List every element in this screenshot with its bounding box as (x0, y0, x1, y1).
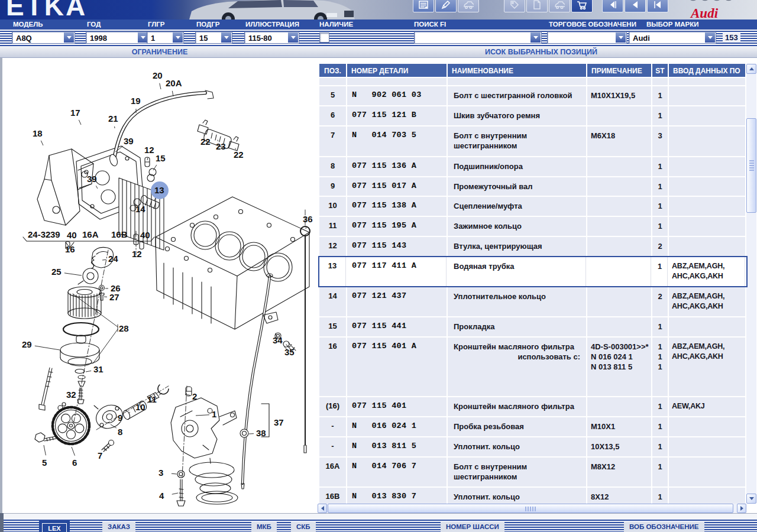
part-label-10[interactable]: 10 (135, 402, 145, 412)
column-header-name[interactable]: НАИМЕНОВАНИЕ (448, 64, 586, 77)
part-label-37[interactable]: 37 (274, 417, 284, 427)
part-label-9[interactable]: 9 (118, 413, 122, 423)
dropdown-arrow-icon[interactable] (615, 33, 626, 43)
part-label-34[interactable]: 34 (273, 335, 283, 345)
table-row[interactable]: -N 013 811 5Уплотнит. кольцо10X13,51 (319, 437, 746, 456)
parts-diagram[interactable]: 2020A191721183912151314392223223624-3239… (15, 62, 313, 510)
table-row[interactable]: -N 016 024 1Пробка резьбоваяM10X11 (319, 417, 746, 436)
table-row[interactable]: 12077 115 143Втулка, центрирующая2 (319, 237, 746, 256)
part-label-18[interactable]: 18 (33, 128, 43, 138)
table-row[interactable]: 9077 115 017 AПромежуточный вал1 (319, 177, 746, 196)
part-label-3[interactable]: 3 (158, 468, 163, 478)
part-label-4[interactable]: 4 (159, 491, 164, 501)
dropdown-иллюстрация[interactable]: 115-80 (244, 31, 299, 44)
part-label-19[interactable]: 19 (131, 96, 141, 106)
dropdown-год[interactable]: 1998 (86, 31, 149, 44)
dropdown-arrow-icon[interactable] (530, 33, 541, 43)
car-button[interactable] (458, 0, 479, 12)
part-label-21[interactable]: 21 (108, 113, 118, 124)
horizontal-scroll-thumb[interactable] (328, 504, 733, 513)
part-label-23[interactable]: 23 (216, 141, 226, 151)
tag-button[interactable] (504, 0, 525, 12)
part-label-39[interactable]: 39 (87, 174, 97, 184)
table-row[interactable]: 5N 902 061 03Болт с шестигранной головко… (319, 86, 746, 105)
part-label-6[interactable]: 6 (72, 458, 77, 468)
part-label-25[interactable]: 25 (51, 267, 62, 277)
nav-back-button[interactable] (602, 0, 623, 12)
dropdown-выбор марки[interactable]: Audi (629, 31, 716, 44)
table-row[interactable]: 7N 014 703 5Болт с внутреннимшестигранни… (319, 126, 746, 156)
part-label-2[interactable]: 2 (192, 391, 197, 401)
part-label-24[interactable]: 24 (108, 254, 118, 264)
dropdown-подгр[interactable]: 15 (195, 31, 232, 44)
dropdown-модель[interactable]: A8Q (12, 31, 75, 44)
dropdown-arrow-icon[interactable] (704, 33, 715, 43)
part-label-36[interactable]: 36 (303, 214, 313, 224)
scroll-right-button[interactable] (737, 504, 746, 513)
document-button[interactable] (526, 0, 548, 12)
dropdown-arrow-icon[interactable] (221, 33, 231, 43)
table-horizontal-scrollbar[interactable] (318, 504, 746, 513)
part-label-22[interactable]: 22 (200, 137, 211, 147)
part-label-16[interactable]: 16 (65, 244, 75, 254)
part-label-27[interactable]: 27 (109, 292, 119, 302)
part-label-38[interactable]: 38 (256, 428, 266, 438)
part-label-16A[interactable]: 16A (82, 229, 99, 239)
table-row[interactable]: 8077 115 136 AПодшипник/опора1 (319, 157, 746, 176)
part-label-29[interactable]: 29 (22, 339, 32, 349)
dropdown-глгр[interactable]: 1 (147, 31, 184, 44)
part-label-28[interactable]: 28 (119, 323, 129, 333)
table-row[interactable] (319, 78, 746, 85)
column-header-part[interactable]: НОМЕР ДЕТАЛИ (347, 64, 447, 77)
part-label-5[interactable]: 5 (42, 458, 47, 468)
pencil-button[interactable] (435, 0, 457, 12)
dropdown-поиск fi[interactable] (414, 31, 542, 44)
dropdown-arrow-icon[interactable] (63, 33, 74, 43)
part-label-15[interactable]: 15 (156, 153, 166, 163)
dropdown-arrow-icon[interactable] (287, 33, 298, 43)
cart-button[interactable] (571, 0, 593, 12)
dropdown-торговое обозначени[interactable] (547, 31, 627, 44)
part-label-12[interactable]: 12 (132, 249, 142, 259)
part-label-16B[interactable]: 16B (111, 229, 128, 239)
part-label-1[interactable]: 1 (212, 409, 216, 419)
table-row[interactable]: 16BN 013 830 7Уплотнит. кольцо8X121 (319, 488, 746, 504)
table-row-selected[interactable]: 13077 117 411 AВодяная трубка1ABZ,AEM,AG… (319, 257, 746, 286)
part-label-14[interactable]: 14 (135, 204, 145, 214)
part-label-11[interactable]: 11 (147, 394, 157, 404)
table-row[interactable]: 14077 121 437Уплотнительное кольцо2ABZ,A… (319, 287, 746, 316)
table-row[interactable]: 6077 115 121 BШкив зубчатого ремня1 (319, 106, 746, 125)
table-row[interactable]: 16AN 014 706 7Болт с внутреннимшестигран… (319, 458, 746, 486)
column-header-codes[interactable]: ВВОД ДАННЫХ ПО (669, 64, 745, 77)
vertical-scroll-thumb[interactable] (746, 118, 756, 213)
column-header-note[interactable]: ПРИМЕЧАНИЕ (587, 64, 651, 77)
availability-checkbox[interactable] (319, 33, 329, 43)
scroll-down-button[interactable] (746, 494, 756, 504)
table-row[interactable]: 11077 115 195 AЗажимное кольцо1 (319, 217, 746, 236)
part-label-8[interactable]: 8 (118, 427, 122, 437)
part-label-31[interactable]: 31 (93, 364, 103, 374)
column-header-qty[interactable]: ST (652, 64, 668, 77)
list-document-button[interactable] (413, 0, 434, 12)
part-label-39[interactable]: 39 (124, 136, 134, 146)
table-row[interactable]: 10077 115 138 AСцепление/муфта1 (319, 197, 746, 216)
table-row[interactable]: (16)077 115 401Кронштейн масляного фильт… (319, 397, 746, 416)
part-label-20A[interactable]: 20A (166, 78, 182, 88)
part-label-40[interactable]: 40 (67, 230, 77, 240)
part-label-39[interactable]: 39 (50, 229, 60, 239)
part-label-12[interactable]: 12 (144, 145, 154, 155)
nav-previous-button[interactable] (625, 0, 646, 12)
part-label-17[interactable]: 17 (70, 108, 80, 118)
part-label-40[interactable]: 40 (140, 230, 150, 240)
table-row[interactable]: 16077 115 401 AКронштейн масляного фильт… (319, 338, 746, 396)
part-label-24-32[interactable]: 24-32 (28, 229, 50, 239)
part-label-13[interactable]: 13 (154, 185, 164, 195)
car-button[interactable] (549, 0, 570, 12)
part-label-22[interactable]: 22 (234, 150, 244, 160)
table-row[interactable]: 15077 115 441Прокладка1 (319, 317, 746, 336)
scroll-left-button[interactable] (318, 504, 327, 513)
part-label-7[interactable]: 7 (98, 450, 102, 460)
scroll-up-button[interactable] (746, 64, 756, 74)
column-header-pos[interactable]: ПОЗ. (319, 64, 346, 77)
table-vertical-scrollbar[interactable] (746, 64, 756, 504)
